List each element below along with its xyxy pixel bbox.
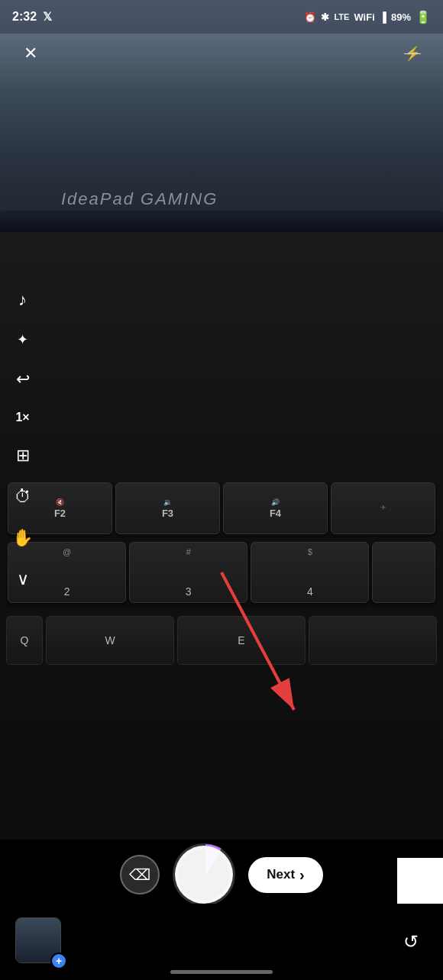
next-label: Next	[267, 867, 295, 882]
refresh-button[interactable]: ↺	[394, 925, 428, 959]
fn-key-f3: 🔉 F3	[115, 482, 220, 534]
delete-button[interactable]: ⌫	[120, 855, 160, 895]
laptop-scene: IdeaPad GAMING 🔇 F2 🔉 F3 🔊 F4	[0, 0, 443, 840]
fn-key-f5: ✈	[331, 482, 435, 534]
key-3: # 3	[129, 542, 247, 603]
laptop-hinge	[0, 211, 443, 232]
lte-icon: LTE	[334, 12, 349, 21]
music-icon[interactable]: ♪	[12, 290, 33, 310]
status-right: ⏰ ✱ LTE WiFi ▐ 89% 🔋	[304, 10, 431, 24]
key-w: W	[46, 616, 174, 665]
key-4: $ 4	[251, 542, 369, 603]
grid-icon[interactable]: ⊞	[12, 446, 33, 466]
chevron-down-icon[interactable]: ∨	[12, 569, 33, 589]
vol-up-icon: 🔊	[271, 498, 280, 506]
add-photo-badge[interactable]: +	[50, 953, 67, 969]
status-bar: 2:32 𝕏 ⏰ ✱ LTE WiFi ▐ 89% 🔋	[0, 0, 443, 34]
fn-key-f4: 🔊 F4	[223, 482, 328, 534]
camera-viewfinder: IdeaPad GAMING 🔇 F2 🔉 F3 🔊 F4	[0, 0, 443, 840]
key-r	[309, 616, 437, 665]
hand-icon[interactable]: ✋	[12, 528, 33, 548]
home-indicator	[170, 970, 273, 974]
bluetooth-icon: ✱	[321, 11, 329, 23]
zoom-label[interactable]: 1×	[12, 411, 33, 424]
key-5	[372, 542, 435, 603]
qwerty-row: Q W E	[0, 611, 443, 670]
bottom-bar: + ↺	[0, 904, 443, 980]
left-toolbar: ♪ ✦ ↩ 1× ⊞ ⏱ ✋ ∨	[12, 290, 33, 589]
laptop-brand-text: IdeaPad GAMING	[61, 189, 218, 209]
battery-percent: 89%	[391, 11, 411, 23]
mute-icon: 🔇	[56, 498, 64, 506]
fn-key-row: 🔇 F2 🔉 F3 🔊 F4 ✈	[0, 482, 443, 534]
next-chevron-icon: ›	[299, 866, 305, 884]
sparkle-icon[interactable]: ✦	[12, 331, 33, 348]
shutter-progress	[173, 844, 238, 908]
reply-icon[interactable]: ↩	[12, 369, 33, 389]
vol-down-icon: 🔉	[163, 498, 172, 506]
keyboard-area: 🔇 F2 🔉 F3 🔊 F4 ✈ @	[0, 237, 443, 840]
battery-icon: 🔋	[416, 10, 431, 24]
close-button[interactable]: ✕	[15, 38, 46, 69]
alarm-icon: ⏰	[304, 11, 316, 23]
twitter-icon: 𝕏	[43, 10, 52, 24]
key-e: E	[177, 616, 306, 665]
plane-icon: ✈	[380, 504, 386, 511]
flash-button[interactable]: ⚡	[397, 38, 428, 69]
key-q: Q	[6, 616, 43, 665]
status-time: 2:32	[12, 10, 37, 24]
white-corner-artifact	[397, 858, 443, 904]
delete-icon: ⌫	[129, 866, 150, 884]
next-button[interactable]: Next ›	[248, 857, 323, 893]
thumbnail-container: +	[15, 917, 64, 966]
shutter-button[interactable]	[175, 846, 233, 904]
timer-icon[interactable]: ⏱	[12, 487, 33, 507]
top-controls: ✕ ⚡	[0, 38, 443, 69]
camera-controls-row: ⌫ Next ›	[0, 846, 443, 904]
wifi-icon: WiFi	[354, 11, 374, 23]
number-key-row: @ 2 # 3 $ 4	[0, 542, 443, 603]
status-left: 2:32 𝕏	[12, 10, 52, 24]
signal-icon: ▐	[380, 11, 386, 23]
